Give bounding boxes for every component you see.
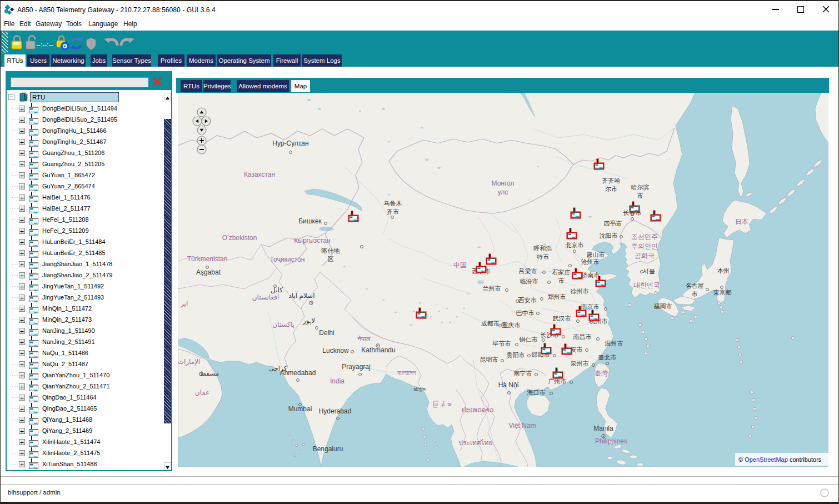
svg-text:Нур-Султан: Нур-Султан <box>272 139 308 147</box>
svg-text:齐市: 齐市 <box>387 208 399 215</box>
svg-text:吕梁市: 吕梁市 <box>519 268 537 275</box>
svg-text:공화국: 공화국 <box>635 252 655 260</box>
svg-text:尔市: 尔市 <box>605 186 617 192</box>
svg-text:Lucknow: Lucknow <box>322 347 349 355</box>
svg-text:特市: 特市 <box>536 253 549 260</box>
svg-text:اسلام آباد: اسلام آباد <box>289 291 315 300</box>
svg-text:پاکستان: پاکستان <box>272 321 294 328</box>
svg-text:沈阳市: 沈阳市 <box>600 232 618 239</box>
svg-text:石家庄: 石家庄 <box>552 269 571 276</box>
svg-text:毕节市: 毕节市 <box>493 340 511 347</box>
svg-text:كراچى: كراچى <box>268 365 287 373</box>
svg-text:臺灣: 臺灣 <box>595 370 608 377</box>
svg-text:昆明市: 昆明市 <box>480 356 498 363</box>
svg-text:서울: 서울 <box>643 268 655 275</box>
svg-text:日本: 日本 <box>735 218 748 226</box>
svg-text:臺北市: 臺北市 <box>598 354 617 361</box>
svg-text:Bengaluru: Bengaluru <box>313 445 343 453</box>
svg-text:Philippines: Philippines <box>595 437 627 445</box>
svg-text:Türkmenistan: Türkmenistan <box>187 255 228 263</box>
svg-text:اير: اير <box>180 300 188 308</box>
svg-text:西安市: 西安市 <box>518 297 537 303</box>
svg-text:대한민국: 대한민국 <box>633 281 660 289</box>
svg-text:重庆市: 重庆市 <box>502 322 521 328</box>
svg-text:郑州市: 郑州市 <box>548 293 566 300</box>
svg-text:武汉市: 武汉市 <box>553 315 571 322</box>
svg-text:لاہور: لاہور <box>302 317 315 325</box>
svg-text:চট্টগ্রাম: চট্টগ্রাম <box>413 386 426 392</box>
svg-text:南京市: 南京市 <box>581 303 600 310</box>
svg-text:Mumbai: Mumbai <box>288 405 312 413</box>
svg-text:東京都: 東京都 <box>713 289 732 296</box>
svg-text:成都市: 成都市 <box>481 320 500 327</box>
svg-text:呼和浩: 呼和浩 <box>534 245 552 252</box>
svg-text:徐州市: 徐州市 <box>571 288 589 295</box>
svg-text:© OpenStreetMap contributors: © OpenStreetMap contributors <box>738 456 822 463</box>
svg-text:南昌市: 南昌市 <box>573 333 592 340</box>
svg-text:市: 市 <box>558 277 565 284</box>
svg-text:Hyderabad: Hyderabad <box>319 407 352 415</box>
svg-text:临汾市: 临汾市 <box>520 278 538 285</box>
svg-text:泉州市: 泉州市 <box>571 360 589 367</box>
svg-text:乌鲁木: 乌鲁木 <box>383 200 402 207</box>
svg-text:ປະເທດລາວ: ປະເທດລາວ <box>462 406 493 414</box>
svg-text:哈尔滨: 哈尔滨 <box>631 184 650 191</box>
svg-text:海口市: 海口市 <box>527 389 546 396</box>
svg-text:兰州市: 兰州市 <box>483 285 501 292</box>
svg-text:မြန်မာ: မြန်မာ <box>432 401 452 408</box>
svg-text:名古屋: 名古屋 <box>686 282 704 289</box>
svg-text:济南市: 济南市 <box>582 272 600 278</box>
svg-text:沧州市: 沧州市 <box>581 258 600 265</box>
svg-text:广州市: 广州市 <box>548 378 567 385</box>
svg-text:Кыргызстан: Кыргызстан <box>294 237 330 244</box>
svg-text:铜仁市: 铜仁市 <box>520 336 538 343</box>
svg-text:Бишкек: Бишкек <box>298 217 322 225</box>
svg-text:Казахстан: Казахстан <box>244 171 275 178</box>
svg-text:Prayagraj: Prayagraj <box>342 363 370 371</box>
svg-text:四平市: 四平市 <box>604 220 622 227</box>
svg-text:市: 市 <box>692 291 698 297</box>
svg-text:北京市: 北京市 <box>565 242 584 248</box>
svg-text:南宁市: 南宁市 <box>514 370 532 377</box>
svg-text:Manila: Manila <box>593 425 613 432</box>
svg-text:Монгол: Монгол <box>492 179 515 187</box>
svg-text:区: 区 <box>328 256 334 262</box>
svg-text:Тоҷикистон: Тоҷикистон <box>270 256 305 263</box>
svg-text:الإمارات: الإمارات <box>178 358 200 366</box>
svg-text:Hà Nội: Hà Nội <box>498 381 519 389</box>
svg-text:افغانستان: افغانستان <box>252 293 279 301</box>
svg-text:주의인민: 주의인민 <box>631 242 658 250</box>
svg-text:Aşgabat: Aşgabat <box>196 268 221 276</box>
svg-text:本州: 本州 <box>717 267 730 274</box>
svg-text:温州市: 温州市 <box>605 340 623 347</box>
svg-text:조선민주: 조선민주 <box>631 233 658 241</box>
svg-text:贵阳市: 贵阳市 <box>507 352 525 358</box>
svg-text:India: India <box>330 377 344 385</box>
svg-text:喀什地: 喀什地 <box>322 247 340 254</box>
svg-text:齐齐哈: 齐齐哈 <box>602 177 621 184</box>
svg-text:नेपाल: नेपाल <box>357 335 370 343</box>
svg-text:বাংলাদেশ: বাংলাদেশ <box>397 369 417 377</box>
svg-text:O’zbekiston: O’zbekiston <box>222 234 257 242</box>
svg-text:كابل: كابل <box>271 286 283 294</box>
svg-text:--:--:--: --:--:-- <box>36 41 53 49</box>
svg-text:市: 市 <box>637 192 643 199</box>
svg-text:巴中市: 巴中市 <box>516 310 535 316</box>
svg-text:中国: 中国 <box>453 261 467 269</box>
svg-text:عمان: عمان <box>195 388 210 396</box>
svg-text:Việt Nam: Việt Nam <box>508 422 536 430</box>
svg-text:唐山市: 唐山市 <box>587 251 605 258</box>
svg-text:Delhi: Delhi <box>319 329 334 337</box>
svg-text:ประเทศไทย: ประเทศไทย <box>458 439 492 447</box>
svg-text:улс: улс <box>498 188 508 196</box>
